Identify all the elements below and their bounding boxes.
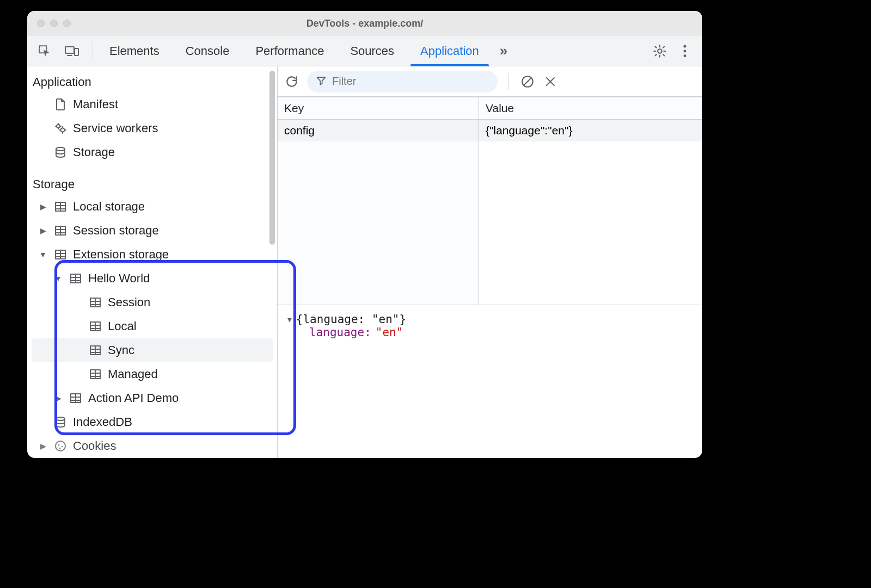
- chevron-right-icon: ▶: [38, 442, 48, 450]
- traffic-lights: [37, 20, 71, 27]
- sidebar-item-local-storage[interactable]: ▶ Local storage: [27, 195, 277, 219]
- table-icon: [88, 345, 102, 356]
- svg-point-9: [56, 147, 65, 151]
- sidebar-item-label: Managed: [108, 367, 158, 381]
- toolbar-separator: [508, 73, 509, 90]
- clear-all-icon[interactable]: [520, 74, 535, 89]
- table-icon: [53, 225, 68, 236]
- close-dot[interactable]: [37, 20, 45, 27]
- sidebar-item-label: Storage: [73, 145, 115, 159]
- svg-point-5: [684, 49, 686, 52]
- sidebar-item-session-storage[interactable]: ▶ Session storage: [27, 219, 277, 243]
- table-icon: [69, 393, 83, 404]
- object-property-value: "en": [376, 326, 403, 339]
- col-key[interactable]: Key: [278, 97, 479, 119]
- svg-point-23: [59, 448, 61, 449]
- svg-point-4: [684, 45, 686, 47]
- gears-icon: [53, 122, 68, 134]
- sidebar-item-hello-world[interactable]: ▼ Hello World: [27, 267, 277, 290]
- filter-icon: [316, 75, 327, 88]
- table-icon: [53, 201, 68, 212]
- svg-point-20: [56, 441, 65, 451]
- svg-point-22: [62, 446, 63, 448]
- tab-elements[interactable]: Elements: [96, 36, 173, 66]
- section-storage-title: Storage: [27, 174, 277, 195]
- inspect-icon[interactable]: [37, 44, 52, 59]
- table-header: Key Value: [278, 97, 702, 120]
- minimize-dot[interactable]: [50, 20, 58, 27]
- table-row[interactable]: config {"language":"en"}: [278, 120, 702, 141]
- sidebar-item-label: IndexedDB: [73, 415, 132, 429]
- filter-input-wrapper: [307, 71, 498, 92]
- pane-toolbar: [278, 66, 702, 97]
- delete-selected-icon[interactable]: [543, 74, 558, 89]
- chevron-down-icon: ▼: [53, 274, 63, 283]
- chevron-down-icon[interactable]: ▼: [287, 315, 292, 324]
- section-application-title: Application: [27, 72, 277, 92]
- svg-rect-1: [65, 47, 74, 53]
- svg-point-21: [58, 444, 60, 446]
- sidebar-scrollbar[interactable]: [269, 71, 275, 245]
- sidebar-item-indexeddb[interactable]: IndexedDB: [27, 410, 277, 434]
- sidebar-item-local[interactable]: Local: [27, 314, 277, 338]
- chevron-right-icon: ▶: [53, 394, 63, 403]
- table-body-empty: [278, 141, 702, 305]
- sidebar-item-extension-storage[interactable]: ▼ Extension storage: [27, 243, 277, 267]
- cell-value: {"language":"en"}: [479, 120, 702, 141]
- svg-point-6: [684, 54, 686, 57]
- device-toggle-icon[interactable]: [64, 44, 79, 59]
- refresh-icon[interactable]: [284, 74, 299, 89]
- svg-point-19: [56, 417, 65, 420]
- sidebar-item-label: Cookies: [73, 439, 116, 453]
- sidebar-item-label: Action API Demo: [88, 391, 179, 405]
- value-viewer: ▼ {language: "en"} language: "en": [278, 305, 702, 346]
- sidebar-item-sync[interactable]: Sync: [32, 338, 273, 362]
- top-toolbar: Elements Console Performance Sources App…: [27, 36, 702, 66]
- cookie-icon: [53, 440, 68, 452]
- tab-console[interactable]: Console: [173, 36, 243, 66]
- table-icon: [53, 249, 68, 260]
- sidebar-item-label: Service workers: [73, 121, 158, 135]
- object-summary: {language: "en"}: [296, 313, 406, 326]
- chevron-right-icon: ▶: [38, 202, 48, 211]
- table-icon: [88, 297, 102, 308]
- tab-performance[interactable]: Performance: [242, 36, 337, 66]
- sidebar-item-service-workers[interactable]: Service workers: [27, 116, 277, 140]
- sidebar-item-label: Session: [108, 295, 150, 310]
- svg-point-3: [658, 49, 662, 53]
- sidebar-item-label: Session storage: [73, 224, 159, 238]
- storage-table: Key Value config {"language":"en"}: [278, 97, 702, 305]
- kebab-icon[interactable]: [677, 44, 692, 59]
- devtools-window: DevTools - example.com/ Elements Console…: [27, 11, 702, 458]
- sidebar-item-label: Sync: [108, 343, 134, 357]
- table-icon: [88, 321, 102, 332]
- titlebar: DevTools - example.com/: [27, 11, 702, 36]
- sidebar-item-manifest[interactable]: Manifest: [27, 92, 277, 116]
- svg-point-8: [61, 128, 65, 132]
- cell-key: config: [278, 120, 479, 141]
- database-icon: [53, 416, 68, 428]
- panel-tabs: Elements Console Performance Sources App…: [96, 36, 492, 66]
- sidebar-item-label: Extension storage: [73, 247, 169, 262]
- tabs-overflow[interactable]: »: [492, 36, 515, 66]
- sidebar-item-action-api-demo[interactable]: ▶ Action API Demo: [27, 386, 277, 410]
- database-icon: [53, 146, 68, 158]
- table-icon: [69, 273, 83, 284]
- gear-icon[interactable]: [652, 44, 667, 59]
- tab-application[interactable]: Application: [407, 36, 492, 66]
- sidebar-item-cookies[interactable]: ▶ Cookies: [27, 434, 277, 458]
- sidebar-item-session[interactable]: Session: [27, 290, 277, 314]
- zoom-dot[interactable]: [63, 20, 71, 27]
- svg-rect-2: [75, 48, 78, 55]
- sidebar-item-storage[interactable]: Storage: [27, 140, 277, 164]
- tab-sources[interactable]: Sources: [337, 36, 407, 66]
- col-value[interactable]: Value: [479, 97, 702, 119]
- application-sidebar: Application Manifest Service workers: [27, 66, 278, 458]
- window-title: DevTools - example.com/: [27, 18, 702, 29]
- sidebar-item-label: Local storage: [73, 200, 145, 214]
- sidebar-item-label: Local: [108, 319, 137, 333]
- storage-pane: Key Value config {"language":"en"} ▼ {la…: [278, 66, 702, 458]
- chevron-right-icon: ▶: [38, 226, 48, 235]
- filter-input[interactable]: [332, 75, 489, 88]
- sidebar-item-managed[interactable]: Managed: [27, 362, 277, 386]
